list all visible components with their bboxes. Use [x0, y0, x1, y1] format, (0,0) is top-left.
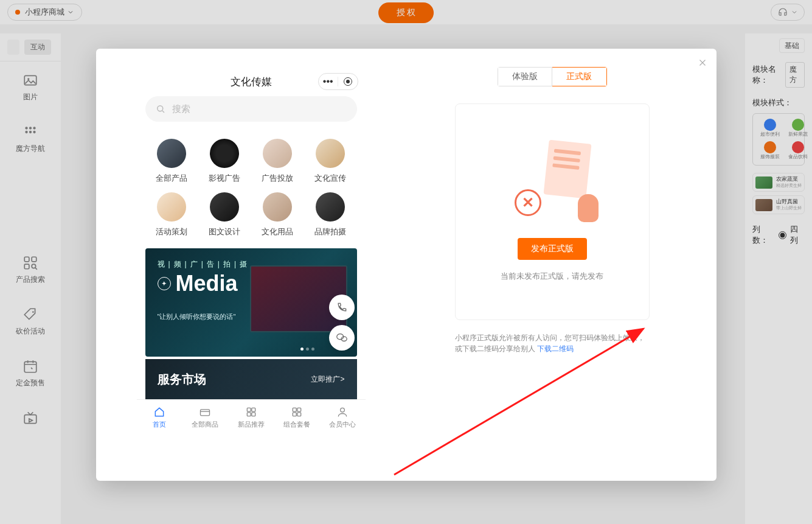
- publish-description: 小程序正式版允许被所有人访问，您可扫码体验线上效果，或下载二维码分享给别人 下载…: [455, 332, 650, 354]
- tab-label: 会员中心: [329, 420, 356, 429]
- float-wechat-button[interactable]: [329, 325, 355, 351]
- dot[interactable]: [300, 348, 304, 351]
- version-tabs: 体验版 正式版: [498, 67, 607, 86]
- film-reel-icon: ✦: [158, 277, 171, 290]
- phone-header: 文化传媒 •••: [137, 67, 366, 96]
- empty-state-illustration: ✕: [510, 142, 595, 227]
- phone-tabbar: 首页全部商品新品推荐组合套餐会员中心: [137, 399, 366, 435]
- service-title: 服务市场: [158, 371, 206, 388]
- svg-rect-19: [247, 408, 251, 411]
- svg-rect-18: [201, 409, 210, 415]
- category-icon: [210, 192, 239, 222]
- category-label: 品牌拍摄: [314, 226, 346, 237]
- close-button[interactable]: [697, 57, 708, 71]
- category-item[interactable]: 全部产品: [145, 139, 198, 184]
- phone-preview: 文化传媒 ••• 搜索 全部产品影视广告广告投放文化宣传活动策划图文设计文化用品…: [137, 67, 366, 435]
- tab-3[interactable]: 组合套餐: [274, 400, 319, 435]
- category-label: 全部产品: [156, 173, 187, 184]
- category-label: 图文设计: [209, 226, 240, 237]
- wechat-icon: [335, 331, 349, 344]
- category-item[interactable]: 图文设计: [198, 192, 251, 237]
- svg-point-27: [341, 408, 345, 412]
- tab-icon: [245, 406, 257, 418]
- phone-title: 文化传媒: [231, 75, 272, 89]
- publish-status-text: 当前未发布正式版，请先发布: [501, 271, 603, 282]
- category-item[interactable]: 文化宣传: [304, 139, 357, 184]
- category-item[interactable]: 文化用品: [251, 192, 304, 237]
- search-icon: [155, 103, 166, 114]
- category-icon: [157, 139, 186, 168]
- search-input[interactable]: 搜索: [145, 96, 357, 122]
- category-item[interactable]: 活动策划: [145, 192, 198, 237]
- publish-status-box: ✕ 发布正式版 当前未发布正式版，请先发布: [455, 103, 650, 320]
- category-icon: [263, 192, 292, 222]
- svg-rect-22: [251, 412, 255, 416]
- category-item[interactable]: 品牌拍摄: [304, 192, 357, 237]
- category-label: 文化用品: [262, 226, 293, 237]
- category-label: 活动策划: [156, 226, 187, 237]
- publish-panel: 体验版 正式版 ✕ 发布正式版 当前未发布正式版，请先发布 小程序正式版允许被所…: [406, 49, 717, 481]
- svg-rect-20: [251, 408, 255, 411]
- category-label: 文化宣传: [314, 173, 346, 184]
- category-icon: [263, 139, 292, 168]
- tab-0[interactable]: 首页: [137, 400, 182, 435]
- category-item[interactable]: 广告投放: [251, 139, 304, 184]
- publish-modal: 文化传媒 ••• 搜索 全部产品影视广告广告投放文化宣传活动策划图文设计文化用品…: [96, 49, 717, 481]
- capsule-close-icon[interactable]: [338, 77, 358, 86]
- dot[interactable]: [311, 348, 314, 351]
- error-x-icon: ✕: [515, 189, 541, 216]
- category-item[interactable]: 影视广告: [198, 139, 251, 184]
- mini-program-capsule[interactable]: •••: [318, 73, 358, 90]
- download-qrcode-link[interactable]: 下载二维码: [537, 344, 574, 353]
- svg-rect-25: [293, 412, 296, 416]
- svg-rect-21: [247, 412, 251, 416]
- close-icon: [697, 57, 708, 68]
- tab-label: 首页: [153, 420, 166, 429]
- service-cta: 立即推广>: [311, 374, 344, 385]
- tab-release[interactable]: 正式版: [552, 67, 607, 86]
- category-grid: 全部产品影视广告广告投放文化宣传活动策划图文设计文化用品品牌拍摄: [137, 130, 366, 248]
- service-market-bar[interactable]: 服务市场 立即推广>: [145, 359, 357, 399]
- publish-release-button[interactable]: 发布正式版: [518, 238, 587, 260]
- modal-overlay: 文化传媒 ••• 搜索 全部产品影视广告广告投放文化宣传活动策划图文设计文化用品…: [0, 0, 812, 524]
- search-wrap: 搜索: [137, 96, 366, 130]
- tab-label: 全部商品: [192, 420, 218, 429]
- media-banner[interactable]: 视|频|广|告|拍|摄 ✦ Media "让别人倾听你想要说的话": [145, 248, 357, 357]
- category-icon: [157, 192, 186, 222]
- category-label: 影视广告: [209, 173, 240, 184]
- carousel-dots: [300, 348, 314, 351]
- tab-icon: [336, 406, 349, 418]
- phone-preview-wrap: 文化传媒 ••• 搜索 全部产品影视广告广告投放文化宣传活动策划图文设计文化用品…: [96, 49, 406, 481]
- tab-1[interactable]: 全部商品: [182, 400, 228, 435]
- category-label: 广告投放: [262, 173, 293, 184]
- svg-rect-23: [293, 408, 296, 411]
- category-icon: [316, 139, 345, 168]
- tab-label: 组合套餐: [283, 420, 310, 429]
- svg-point-15: [157, 106, 162, 111]
- dot[interactable]: [306, 348, 309, 351]
- tab-icon: [291, 406, 303, 418]
- tab-icon: [199, 406, 211, 418]
- tab-2[interactable]: 新品推荐: [228, 400, 274, 435]
- float-phone-button[interactable]: [329, 295, 355, 320]
- phone-icon: [336, 301, 348, 313]
- tab-4[interactable]: 会员中心: [319, 400, 365, 435]
- search-placeholder: 搜索: [172, 103, 190, 115]
- tab-label: 新品推荐: [238, 420, 265, 429]
- category-icon: [210, 139, 239, 168]
- tab-icon: [153, 406, 165, 418]
- svg-rect-26: [297, 412, 301, 416]
- tab-trial[interactable]: 体验版: [498, 67, 552, 86]
- category-icon: [316, 192, 345, 222]
- capsule-menu-icon[interactable]: •••: [319, 76, 338, 87]
- svg-rect-24: [297, 408, 301, 411]
